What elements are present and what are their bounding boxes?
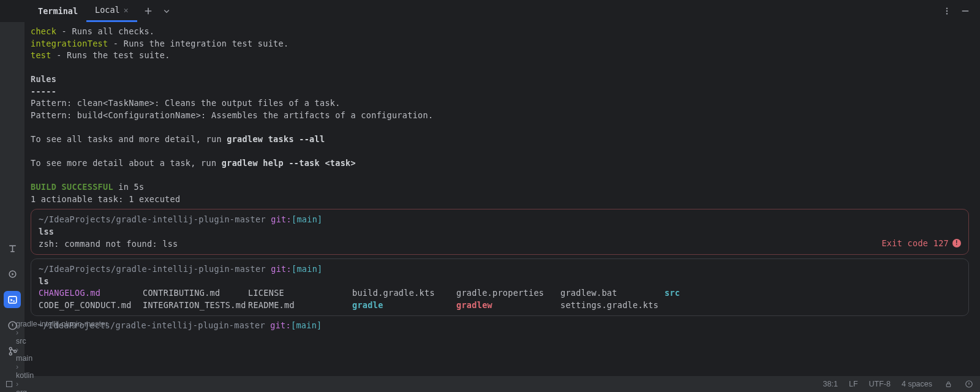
breadcrumb-item[interactable]: kotlin (16, 371, 108, 380)
ls-entry: settings.gradle.kts (560, 300, 665, 312)
rule-line: Pattern: build<ConfigurationName>: Assem… (31, 110, 974, 122)
terminal-tab-local[interactable]: Local ✕ (86, 0, 137, 22)
task-line: integrationTest - Runs the integration t… (31, 38, 974, 50)
ls-entry: LICENSE (248, 287, 352, 300)
ls-entry: CONTRIBUTING.md (143, 287, 248, 300)
ls-entry: gradlew.bat (560, 287, 665, 300)
stripe-typography-icon[interactable] (4, 239, 21, 257)
new-tab-button[interactable] (143, 6, 153, 16)
svg-point-0 (946, 7, 948, 9)
breadcrumbs[interactable]: gradle-intellij-plugin-master › src › ma… (6, 320, 820, 393)
build-subline: 1 actionable task: 1 executed (31, 194, 974, 206)
ls-entry: src (665, 287, 732, 300)
chevron-right-icon: › (16, 363, 18, 371)
task-line: test - Runs the test suite. (31, 50, 974, 62)
toolwindow-title-label: Terminal (38, 6, 78, 16)
shell-prompt: ~/IdeaProjects/gradle-intellij-plugin-ma… (39, 214, 961, 226)
err-output: zsh: command not found: lss (39, 238, 961, 251)
rules-heading: Rules (31, 74, 974, 86)
highlight-level-icon[interactable] (964, 379, 974, 389)
statusbar: gradle-intellij-plugin-master › src › ma… (0, 376, 980, 392)
svg-rect-8 (946, 383, 951, 386)
ls-entry: gradlew (456, 300, 560, 312)
build-successful: BUILD SUCCESSFUL (31, 182, 113, 192)
terminal-tab-label: Local (95, 5, 120, 15)
minimize-button[interactable] (960, 6, 970, 16)
shell-prompt: ~/IdeaProjects/gradle-intellij-plugin-ma… (39, 263, 961, 276)
ls-entry: CODE_OF_CONDUCT.md (39, 300, 143, 312)
svg-point-1 (946, 10, 948, 11)
indent-indicator[interactable]: 4 spaces (902, 380, 932, 388)
tab-dropdown-button[interactable] (162, 6, 172, 16)
rules-dashes: ----- (31, 86, 974, 98)
breadcrumb-item[interactable]: main (16, 354, 108, 363)
ls-entry: README.md (248, 300, 352, 312)
hint1-pre: To see all tasks and more detail, run (31, 134, 227, 144)
exit-code-label: Exit code 127 (881, 238, 949, 250)
breadcrumb-item[interactable]: src (16, 337, 108, 345)
terminal-tabbar: Terminal Local ✕ (0, 0, 980, 22)
toolwindow-title[interactable]: Terminal (29, 0, 86, 22)
close-icon[interactable]: ✕ (124, 6, 129, 15)
err-command: lss (39, 226, 961, 238)
hint2-cmd: gradlew help --task <task> (222, 158, 356, 168)
hint1-cmd: gradlew tasks --all (227, 134, 325, 144)
stripe-terminal-icon[interactable] (4, 291, 21, 308)
build-time: in 5s (113, 182, 145, 192)
svg-rect-3 (9, 296, 17, 303)
chevron-right-icon: › (16, 380, 18, 388)
ls-row-2: CODE_OF_CONDUCT.mdINTEGRATION_TESTS.mdRE… (39, 300, 961, 312)
stripe-run-icon[interactable] (4, 265, 21, 282)
task-line: check - Runs all checks. (31, 26, 974, 38)
breadcrumb-item[interactable]: org (16, 388, 108, 393)
ls-entry: build.gradle.kts (352, 287, 456, 300)
hint2-pre: To see more detail about a task, run (31, 158, 222, 168)
chevron-right-icon: › (16, 345, 18, 354)
more-actions-button[interactable] (942, 6, 952, 16)
exit-code-badge: Exit code 127 ! (881, 238, 961, 250)
command-block-ok[interactable]: ~/IdeaProjects/gradle-intellij-plugin-ma… (31, 258, 969, 316)
caret-position[interactable]: 38:1 (823, 380, 838, 388)
rule-line: Pattern: clean<TaskName>: Cleans the out… (31, 97, 974, 110)
ls-row-1: CHANGELOG.mdCONTRIBUTING.mdLICENSEbuild.… (39, 287, 961, 300)
error-icon: ! (952, 239, 961, 247)
ls-entry: gradle.properties (456, 287, 560, 300)
readonly-lock-icon[interactable] (943, 379, 953, 389)
line-separator[interactable]: LF (849, 380, 858, 388)
encoding[interactable]: UTF-8 (869, 380, 891, 388)
project-icon (6, 381, 12, 387)
ls-entry: gradle (352, 300, 456, 312)
breadcrumb-item[interactable]: gradle-intellij-plugin-master (16, 320, 108, 328)
svg-point-2 (946, 13, 948, 14)
chevron-right-icon: › (16, 328, 18, 337)
ls-entry (665, 300, 732, 312)
ok-command: ls (39, 276, 961, 288)
command-block-error[interactable]: ~/IdeaProjects/gradle-intellij-plugin-ma… (31, 209, 969, 255)
ls-entry: INTEGRATION_TESTS.md (143, 300, 248, 312)
ls-entry: CHANGELOG.md (39, 287, 143, 300)
